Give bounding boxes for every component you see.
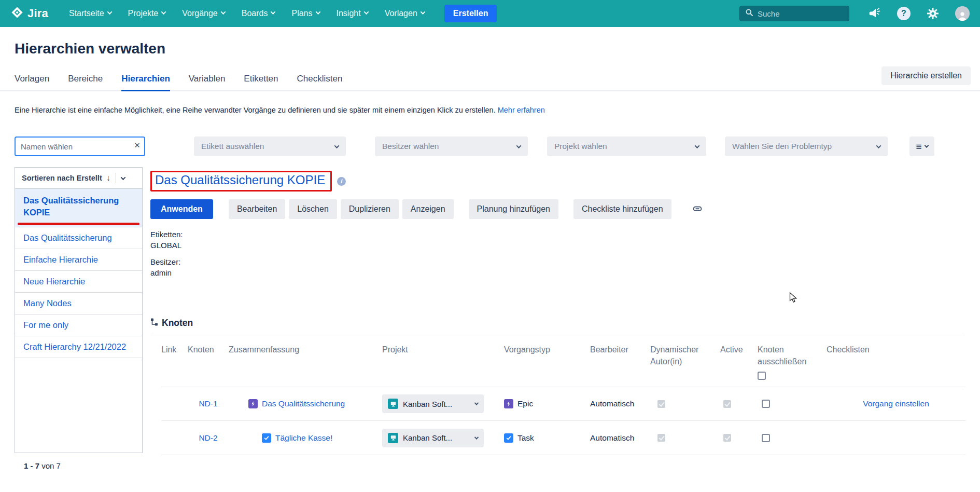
nav-item-vorgaenge[interactable]: Vorgänge xyxy=(182,9,225,18)
page-description: Eine Hierarchie ist eine einfache Möglic… xyxy=(15,106,965,114)
chevron-down-icon xyxy=(474,401,479,405)
labels-value: GLOBAL xyxy=(150,240,965,251)
exclude-checkbox[interactable] xyxy=(762,434,770,442)
node-key-link[interactable]: ND-2 xyxy=(188,433,229,443)
global-search[interactable] xyxy=(739,6,849,21)
search-input[interactable] xyxy=(758,9,835,18)
nav-item-projekte[interactable]: Projekte xyxy=(128,9,166,18)
name-filter-input[interactable] xyxy=(15,136,145,156)
chevron-down-icon xyxy=(876,143,881,148)
issuetype-cell: Epic xyxy=(504,399,590,408)
summary-link[interactable]: Das Qualitätssicherung xyxy=(262,399,345,408)
hierarchy-list: Das Qualitätssicherung KOPIE Das Qualitä… xyxy=(15,189,143,453)
chevron-down-icon xyxy=(334,143,340,148)
user-avatar[interactable] xyxy=(955,6,970,21)
sort-control[interactable]: Sortieren nach Erstellt ↓ xyxy=(15,167,143,189)
task-icon xyxy=(262,433,271,443)
chevron-down-icon xyxy=(315,9,320,15)
labels-label: Etiketten: xyxy=(150,229,965,240)
exclude-checkbox[interactable] xyxy=(762,400,770,408)
help-icon[interactable]: ? xyxy=(897,7,911,20)
nav-item-boards[interactable]: Boards xyxy=(242,9,275,18)
create-hierarchy-button[interactable]: Hierarchie erstellen xyxy=(881,66,971,85)
sort-direction-icon[interactable]: ↓ xyxy=(106,173,110,183)
filter-bar: × Etikett auswählen Besitzer wählen Proj… xyxy=(15,136,965,157)
owner-value: admin xyxy=(150,268,965,278)
hierarchy-title: Das Qualitätssicherung KOPIE xyxy=(155,173,325,187)
label-filter-select[interactable]: Etikett auswählen xyxy=(194,136,346,156)
hierarchy-item[interactable]: Many Nodes xyxy=(15,292,142,314)
active-cell xyxy=(720,434,758,442)
issuetype-cell: Task xyxy=(504,433,590,443)
exclude-cell xyxy=(758,434,827,442)
owner-filter-select[interactable]: Besitzer wählen xyxy=(375,136,528,156)
nodes-section-header: Knoten xyxy=(150,318,965,329)
tab-hierarchien[interactable]: Hierarchien xyxy=(121,74,170,90)
dynamic-author-checkbox xyxy=(657,400,665,408)
epic-icon xyxy=(504,399,513,408)
project-filter-select[interactable]: Projekt wählen xyxy=(547,136,706,156)
create-issue-button[interactable]: Erstellen xyxy=(444,5,497,22)
tab-bereiche[interactable]: Bereiche xyxy=(68,74,103,90)
delete-button[interactable]: Löschen xyxy=(289,199,337,219)
active-checkbox xyxy=(723,400,731,408)
hierarchy-item[interactable]: Craft Hierarchy 12/21/2022 xyxy=(15,336,142,358)
hierarchy-detail: Das Qualitätssicherung KOPIE i Anwenden … xyxy=(150,167,965,455)
name-filter: × xyxy=(15,136,145,156)
project-select[interactable]: Kanban Soft... xyxy=(382,429,484,447)
tab-bar: Vorlagen Bereiche Hierarchien Variablen … xyxy=(0,74,980,91)
nav-item-plans[interactable]: Plans xyxy=(291,9,319,18)
chevron-down-icon xyxy=(271,9,276,15)
add-checklist-button[interactable]: Checkliste hinzufügen xyxy=(573,199,671,219)
duplicate-button[interactable]: Duplizieren xyxy=(341,199,399,219)
node-key-link[interactable]: ND-1 xyxy=(188,399,229,408)
project-cell: Kanban Soft... xyxy=(382,429,504,447)
project-select[interactable]: Kanban Soft... xyxy=(382,394,484,413)
red-annotation-box: Das Qualitätssicherung KOPIE xyxy=(150,171,332,192)
exclude-all-checkbox[interactable] xyxy=(758,372,766,380)
summary-link[interactable]: Tägliche Kasse! xyxy=(275,433,332,443)
announcements-icon[interactable] xyxy=(868,7,881,20)
apply-button[interactable]: Anwenden xyxy=(150,199,213,219)
show-button[interactable]: Anzeigen xyxy=(402,199,454,219)
col-dynamischer-autor: Dynamischer Autor(in) xyxy=(650,344,720,380)
pagination: 1 - 7 von 7 xyxy=(24,461,143,470)
project-avatar-icon xyxy=(388,399,398,409)
nav-item-vorlagen[interactable]: Vorlagen xyxy=(385,9,425,18)
dynamic-author-cell xyxy=(650,400,720,408)
issuetype-filter-select[interactable]: Wählen Sie den Problemtyp xyxy=(725,136,888,156)
sort-chevron-icon[interactable] xyxy=(120,175,125,180)
view-options-button[interactable]: ≡ xyxy=(909,136,934,156)
hierarchy-item[interactable]: For me only xyxy=(15,314,142,336)
project-cell: Kanban Soft... xyxy=(382,394,504,413)
edit-button[interactable]: Bearbeiten xyxy=(229,199,285,219)
info-icon[interactable]: i xyxy=(337,177,346,186)
menu-icon: ≡ xyxy=(916,142,921,152)
exclude-cell xyxy=(758,400,827,408)
nodes-icon xyxy=(150,318,158,329)
active-checkbox xyxy=(723,434,731,442)
hierarchy-item[interactable]: Neue Hierarchie xyxy=(15,270,142,292)
hierarchy-item[interactable]: Einfache Hierarchie xyxy=(15,249,142,270)
jira-logo-icon xyxy=(10,6,24,21)
nodes-table-header: Link Knoten Zusammenfassung Projekt Vorg… xyxy=(161,335,965,380)
red-annotation-underline xyxy=(18,223,139,225)
hierarchy-item[interactable]: Das Qualitätssicherung xyxy=(15,227,142,249)
chevron-down-icon xyxy=(107,9,112,15)
set-issue-link[interactable]: Vorgang einstellen xyxy=(863,399,929,408)
tab-etiketten[interactable]: Etiketten xyxy=(244,74,278,90)
learn-more-link[interactable]: Mehr erfahren xyxy=(498,106,545,114)
chevron-down-icon xyxy=(516,143,522,148)
jira-brand[interactable]: Jira xyxy=(10,6,48,21)
tab-checklisten[interactable]: Checklisten xyxy=(297,74,343,90)
nav-item-startseite[interactable]: Startseite xyxy=(69,9,111,18)
tab-variablen[interactable]: Variablen xyxy=(189,74,226,90)
hierarchy-item-selected[interactable]: Das Qualitätssicherung KOPIE xyxy=(15,189,142,227)
clear-name-filter-icon[interactable]: × xyxy=(134,140,140,152)
tab-vorlagen[interactable]: Vorlagen xyxy=(15,74,49,90)
add-plan-button[interactable]: Planung hinzufügen xyxy=(469,199,558,219)
assignee-cell: Automatisch xyxy=(590,399,650,408)
settings-gear-icon[interactable] xyxy=(926,7,940,20)
nav-item-insight[interactable]: Insight xyxy=(337,9,368,18)
copy-link-button[interactable] xyxy=(688,200,707,218)
